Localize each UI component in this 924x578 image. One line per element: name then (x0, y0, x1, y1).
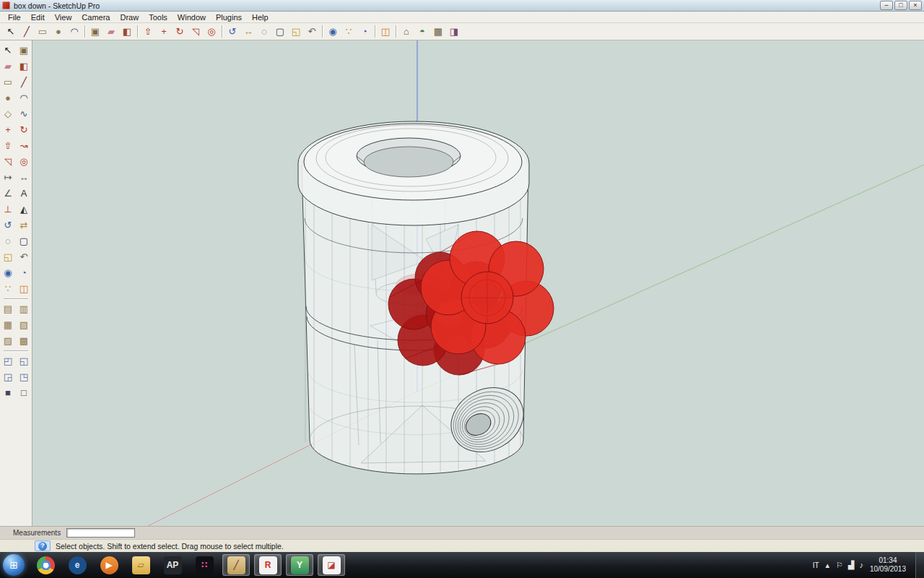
network-icon[interactable]: ▟ (848, 561, 854, 570)
media-player-app[interactable]: ▶ (95, 554, 123, 576)
language-indicator[interactable]: IT (813, 561, 819, 569)
face-monochrome-button[interactable]: □ (17, 385, 32, 400)
rectangle-tool[interactable]: ▭ (1, 74, 16, 90)
axes-tool[interactable]: ⊥ (1, 202, 16, 217)
position-camera-tool[interactable]: ◉ (325, 24, 341, 39)
volume-icon[interactable]: ♪ (859, 561, 863, 569)
zoom-extents-tool[interactable]: ◱ (288, 24, 304, 39)
show-desktop-button[interactable] (915, 552, 924, 578)
toolbar-separator[interactable] (219, 24, 225, 39)
face-shaded-button[interactable]: ◳ (17, 369, 32, 384)
menu-plugins[interactable]: Plugins (211, 13, 247, 22)
eraser-tool[interactable]: ▰ (103, 24, 119, 39)
toolbar-separator[interactable] (372, 24, 378, 39)
face-xray-button[interactable]: ◰ (1, 353, 16, 368)
arc-tool[interactable]: ◠ (66, 24, 82, 39)
polygon-tool[interactable]: ◇ (1, 106, 16, 121)
select-tool[interactable]: ↖ (3, 24, 19, 39)
make-component-tool[interactable]: ▣ (17, 43, 32, 58)
freehand-tool[interactable]: ∿ (17, 106, 32, 121)
eraser-tool[interactable]: ▰ (1, 59, 16, 74)
view-front-button[interactable]: ▦ (1, 317, 16, 332)
toolbar-separator[interactable] (3, 349, 29, 353)
pan-tool[interactable]: ↔ (240, 24, 256, 39)
face-shaded-textures-button[interactable]: ■ (1, 385, 16, 400)
toolbar-separator[interactable] (135, 24, 140, 39)
rotate-tool[interactable]: ↻ (172, 24, 188, 39)
aimp-app[interactable]: AP (159, 554, 186, 576)
tape-measure-tool[interactable]: ↦ (1, 170, 16, 185)
zoom-tool[interactable]: ◌ (256, 24, 272, 39)
view-right-button[interactable]: ▧ (17, 317, 32, 332)
zoom-window-tool[interactable]: ▢ (17, 233, 32, 249)
zoom-window-tool[interactable]: ▢ (272, 24, 288, 39)
r-app[interactable]: R (254, 554, 282, 576)
scale-tool[interactable]: ◹ (1, 154, 16, 169)
line-tool[interactable]: ╱ (19, 24, 35, 39)
section-plane-tool[interactable]: ◫ (17, 281, 32, 296)
orbit-tool[interactable]: ↺ (225, 24, 240, 39)
push-pull-tool[interactable]: ⇧ (140, 24, 156, 39)
offset-tool[interactable]: ◎ (17, 154, 32, 169)
menu-tools[interactable]: Tools (144, 13, 173, 22)
menu-help[interactable]: Help (247, 13, 274, 22)
tracker-app[interactable]: Y (286, 554, 313, 576)
explorer-app[interactable]: ▱ (127, 554, 154, 576)
view-left-button[interactable]: ▩ (17, 333, 32, 348)
push-pull-tool[interactable]: ⇧ (1, 138, 16, 153)
look-around-tool[interactable]: ◔ (357, 24, 372, 39)
styles-tool[interactable]: ◨ (446, 24, 462, 39)
select-tool[interactable]: ↖ (1, 43, 16, 58)
zoom-tool[interactable]: ◌ (1, 233, 16, 249)
menu-file[interactable]: File (3, 13, 26, 22)
flag-icon[interactable]: ⚐ (836, 561, 843, 570)
view-top-button[interactable]: ▥ (17, 301, 32, 316)
face-wireframe-button[interactable]: ◱ (17, 353, 32, 368)
circle-tool[interactable]: ● (51, 24, 66, 39)
dimension-tool[interactable]: ↔ (17, 170, 32, 185)
toolbar-separator[interactable] (393, 24, 398, 39)
context-help-button[interactable]: ? (35, 540, 51, 551)
blue-app[interactable]: e (64, 554, 91, 576)
move-tool[interactable]: + (1, 122, 16, 137)
viewport-canvas[interactable] (32, 40, 924, 526)
rectangle-tool[interactable]: ▭ (35, 24, 51, 39)
show-hidden-icons-button[interactable]: ▴ (826, 561, 830, 570)
color-dots-app[interactable]: ∷ (191, 554, 218, 576)
menu-camera[interactable]: Camera (77, 13, 115, 22)
layout-tool[interactable]: ▦ (430, 24, 446, 39)
menu-window[interactable]: Window (173, 13, 211, 22)
arc-tool[interactable]: ◠ (17, 90, 32, 105)
walk-tool[interactable]: ∵ (1, 281, 16, 296)
share-model-tool[interactable]: ◓ (414, 24, 430, 39)
viewport[interactable] (32, 40, 924, 526)
face-hidden-line-button[interactable]: ◲ (1, 369, 16, 384)
menu-draw[interactable]: Draw (115, 13, 144, 22)
pan-tool[interactable]: ⇄ (17, 217, 32, 233)
start-button[interactable]: ⊞ (3, 554, 25, 576)
follow-me-tool[interactable]: ↝ (17, 138, 32, 153)
measurements-input[interactable] (66, 528, 135, 538)
sketchup-tool-app[interactable]: ╱ (222, 554, 250, 576)
zoom-extents-tool[interactable]: ◱ (1, 249, 16, 264)
view-back-button[interactable]: ▨ (1, 333, 16, 348)
3d-text-tool[interactable]: ◭ (17, 202, 32, 217)
scale-tool[interactable]: ◹ (188, 24, 204, 39)
close-button[interactable]: × (909, 1, 922, 10)
circle-tool[interactable]: ● (1, 90, 16, 105)
paint-bucket-tool[interactable]: ◧ (119, 24, 135, 39)
menu-view[interactable]: View (50, 13, 77, 22)
toolbar-separator[interactable] (3, 297, 29, 301)
clock[interactable]: 01:34 10/09/2013 (870, 556, 909, 574)
previous-view-tool[interactable]: ↶ (17, 249, 32, 264)
maximize-button[interactable]: □ (894, 1, 907, 10)
sketchup-app[interactable]: ◪ (318, 554, 345, 576)
line-tool[interactable]: ╱ (17, 74, 32, 90)
offset-tool[interactable]: ◎ (204, 24, 219, 39)
view-iso-button[interactable]: ▤ (1, 301, 16, 316)
chrome-app[interactable] (32, 554, 59, 576)
protractor-tool[interactable]: ∠ (1, 186, 16, 201)
toolbar-separator[interactable] (320, 24, 325, 39)
text-tool[interactable]: A (17, 186, 32, 201)
orbit-tool[interactable]: ↺ (1, 217, 16, 233)
